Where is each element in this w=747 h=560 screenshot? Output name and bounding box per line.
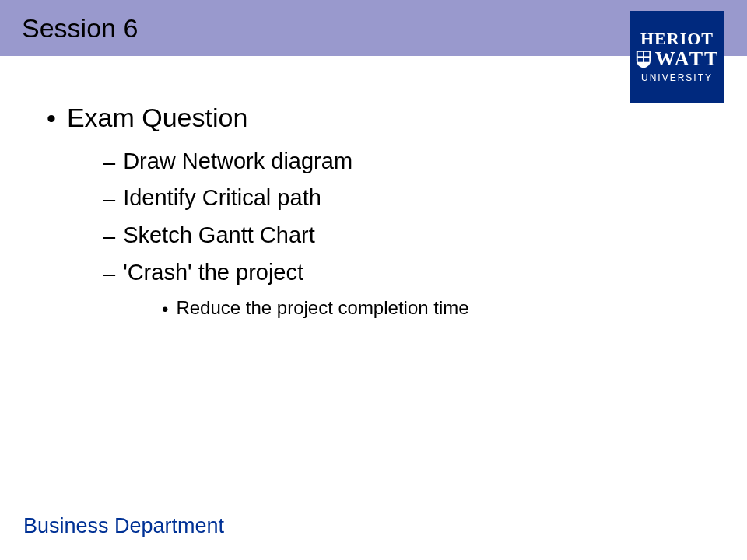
bullet-level2: – Draw Network diagram [103, 149, 716, 178]
svg-rect-0 [637, 52, 642, 57]
level2-text: Sketch Gantt Chart [123, 222, 315, 248]
bullet-level1: • Exam Question [47, 103, 716, 135]
svg-rect-2 [637, 58, 642, 62]
dash-icon: – [103, 260, 115, 289]
logo-text-university: UNIVERSITY [641, 72, 713, 83]
logo-text-heriot: HERIOT [640, 30, 714, 47]
dash-icon: – [103, 222, 115, 252]
level2-text: Draw Network diagram [123, 149, 352, 174]
svg-rect-1 [644, 52, 649, 57]
logo-text-watt: WATT [655, 49, 720, 69]
level2-text: Identify Critical path [123, 185, 321, 211]
logo-watt-row: WATT [635, 49, 720, 69]
slide-title: Session 6 [22, 13, 138, 44]
level3-text: Reduce the project completion time [176, 297, 468, 319]
bullet-level2: – 'Crash' the project [103, 260, 716, 289]
level1-text: Exam Question [67, 103, 247, 133]
bullet-level2: – Sketch Gantt Chart [103, 222, 716, 252]
dash-icon: – [103, 149, 115, 178]
bullet-level2: – Identify Critical path [103, 185, 716, 215]
bullet-dot-icon: • [47, 103, 56, 135]
bullet-dot-icon: • [162, 297, 168, 321]
bullet-level3: • Reduce the project completion time [162, 297, 716, 321]
footer-department: Business Department [23, 514, 224, 538]
shield-icon [635, 49, 652, 69]
dash-icon: – [103, 185, 115, 215]
svg-rect-3 [644, 58, 649, 62]
level2-text: 'Crash' the project [123, 260, 303, 285]
university-logo: HERIOT WATT UNIVERSITY [630, 11, 724, 103]
